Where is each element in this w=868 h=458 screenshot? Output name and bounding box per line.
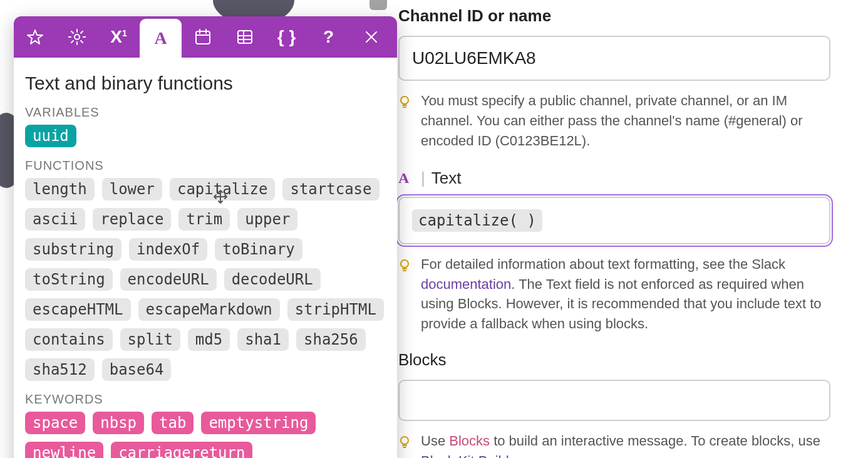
function-chip-substring[interactable]: substring [25, 238, 121, 261]
function-chip-lower[interactable]: lower [102, 178, 162, 200]
function-chip-startcase[interactable]: startcase [282, 178, 379, 200]
function-chip-split[interactable]: split [120, 328, 180, 351]
function-chip-encodeURL[interactable]: encodeURL [120, 268, 217, 291]
svg-rect-2 [196, 31, 210, 44]
lightbulb-icon [398, 257, 412, 335]
keywords-row: spacenbsptabemptystringnewlinecarriagere… [25, 412, 386, 458]
tab-calendar[interactable] [182, 16, 224, 58]
tab-math[interactable]: X1 [98, 16, 140, 58]
functions-panel: X1 A { } ? Text and binary functions VAR… [14, 16, 397, 458]
function-chip-escapeMarkdown[interactable]: escapeMarkdown [138, 298, 280, 321]
math-icon: X1 [110, 27, 127, 47]
function-chip-md5[interactable]: md5 [188, 328, 230, 351]
keyword-chip-space[interactable]: space [25, 412, 85, 434]
function-chip-sha1[interactable]: sha1 [237, 328, 289, 351]
function-chip-trim[interactable]: trim [178, 208, 230, 231]
svg-point-5 [401, 260, 408, 268]
blocks-label: Blocks [398, 350, 824, 370]
text-hint: For detailed information about text form… [421, 254, 830, 335]
lightbulb-icon [398, 93, 412, 151]
panel-title: Text and binary functions [25, 73, 386, 94]
function-chip-toString[interactable]: toString [25, 268, 113, 291]
variable-chip-uuid[interactable]: uuid [25, 125, 76, 147]
function-chip-base64[interactable]: base64 [102, 358, 172, 381]
block-kit-builder-link[interactable]: Block Kit Builder [421, 453, 520, 458]
svg-point-6 [401, 437, 408, 444]
variables-row: uuid [25, 125, 386, 147]
blocks-link[interactable]: Blocks [449, 433, 490, 449]
function-chip-escapeHTML[interactable]: escapeHTML [25, 298, 131, 321]
functions-row: lengthlowercapitalizestartcaseasciirepla… [25, 178, 386, 381]
panel-toolbar: X1 A { } ? [14, 16, 397, 58]
section-functions-label: FUNCTIONS [25, 159, 386, 173]
function-chip-ascii[interactable]: ascii [25, 208, 85, 231]
function-chip-contains[interactable]: contains [25, 328, 113, 351]
keyword-chip-nbsp[interactable]: nbsp [93, 412, 144, 434]
tab-text[interactable]: A [140, 19, 182, 58]
text-icon: A [154, 28, 167, 48]
function-chip-indexOf[interactable]: indexOf [129, 238, 207, 261]
panel-close-button[interactable] [350, 16, 392, 58]
keyword-chip-newline[interactable]: newline [25, 442, 103, 458]
svg-rect-3 [238, 31, 252, 43]
keyword-chip-emptystring[interactable]: emptystring [201, 412, 316, 434]
config-panel: Channel ID or name You must specify a pu… [398, 0, 862, 458]
text-label: Text [431, 169, 462, 188]
text-functions-icon: A [398, 170, 415, 186]
function-chip-decodeURL[interactable]: decodeURL [224, 268, 321, 291]
table-icon [236, 28, 254, 46]
svg-marker-0 [28, 30, 43, 44]
channel-input[interactable] [398, 36, 830, 81]
svg-point-1 [75, 34, 80, 39]
function-chip-length[interactable]: length [25, 178, 95, 200]
function-chip-capitalize[interactable]: capitalize [170, 178, 276, 200]
channel-hint: You must specify a public channel, priva… [421, 91, 830, 151]
section-variables-label: VARIABLES [25, 105, 386, 120]
tab-help[interactable]: ? [307, 16, 349, 58]
function-chip-sha512[interactable]: sha512 [25, 358, 95, 381]
svg-point-4 [401, 96, 408, 104]
braces-icon: { } [277, 27, 296, 47]
text-input[interactable]: capitalize( ) [398, 197, 830, 244]
keyword-chip-carriagereturn[interactable]: carriagereturn [111, 442, 252, 458]
function-chip-stripHTML[interactable]: stripHTML [287, 298, 384, 321]
channel-label: Channel ID or name [398, 6, 824, 26]
gear-icon [68, 28, 86, 46]
help-icon: ? [323, 27, 334, 47]
calendar-icon [194, 28, 212, 46]
function-chip-sha256[interactable]: sha256 [296, 328, 366, 351]
function-chip-upper[interactable]: upper [237, 208, 297, 231]
tab-table[interactable] [224, 16, 266, 58]
keyword-chip-tab[interactable]: tab [152, 412, 194, 434]
text-field-header: A | Text [398, 169, 461, 188]
blocks-hint: Use Blocks to build an interactive messa… [421, 431, 830, 458]
function-chip-toBinary[interactable]: toBinary [215, 238, 302, 261]
documentation-link[interactable]: documentation [421, 276, 511, 292]
expression-token[interactable]: capitalize( ) [412, 209, 542, 232]
close-icon [363, 28, 380, 46]
lightbulb-icon [398, 434, 412, 458]
section-keywords-label: KEYWORDS [25, 392, 386, 407]
function-chip-replace[interactable]: replace [93, 208, 171, 231]
tab-settings[interactable] [56, 16, 98, 58]
tab-braces[interactable]: { } [266, 16, 307, 58]
blocks-input[interactable] [398, 380, 830, 421]
star-icon [26, 28, 44, 46]
tab-star[interactable] [14, 16, 56, 58]
